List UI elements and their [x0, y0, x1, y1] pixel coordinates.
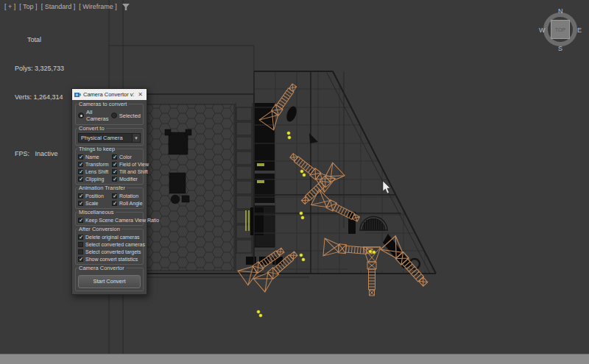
viewport-menu-view[interactable]: [ Top ]	[19, 3, 37, 10]
dialog-title: Camera Convertor v1.31	[83, 91, 134, 98]
compass-east[interactable]: E	[577, 26, 582, 34]
dropdown-value: Physical Camera	[79, 135, 132, 141]
checkbox-tilt-and-shift[interactable]: Tilt and Shift	[112, 168, 149, 174]
viewport-statistics: Total Polys: 3,325,733 Verts: 1,264,314 …	[15, 16, 64, 178]
group-cameras-to-convert: Cameras to convert All Cameras Selected	[75, 104, 144, 125]
checkbox-icon	[112, 154, 117, 160]
checkbox-label: Tilt and Shift	[119, 169, 148, 174]
group-label: Cameras to convert	[77, 101, 128, 107]
stats-total: Total	[15, 35, 64, 45]
checkbox-icon	[78, 162, 83, 167]
camera-convertor-dialog[interactable]: Camera Convertor v1.31 ✕ Cameras to conv…	[71, 88, 147, 295]
group-after-conversion: After Conversion Delete original cameras…	[75, 229, 144, 265]
checkbox-icon	[78, 249, 83, 254]
checkbox-modifier[interactable]: Modifier	[112, 176, 149, 182]
checkbox-icon	[78, 201, 83, 206]
max-viewport[interactable]: [ + ] [ Top ] [ Standard ] [ Wireframe ]…	[0, 0, 589, 364]
bottom-bar	[0, 354, 589, 364]
start-convert-button[interactable]: Start Convert	[78, 275, 141, 288]
checkbox-label: Scale	[85, 201, 99, 206]
group-label: Animation Transfer	[77, 185, 127, 191]
closet-strip	[236, 103, 253, 272]
checkbox-icon	[112, 176, 117, 182]
checkbox-name[interactable]: Name	[78, 154, 112, 160]
group-things-to-keep: Things to keep Name Color Transform Fiel…	[75, 149, 144, 185]
radio-icon	[78, 113, 84, 118]
radio-icon	[111, 113, 117, 118]
radio-label: Selected	[119, 113, 141, 119]
stats-polys: Polys: 3,325,733	[15, 64, 64, 74]
checkbox-select-converted-cameras[interactable]: Select converted cameras	[78, 241, 145, 247]
checkbox-scale[interactable]: Scale	[78, 200, 112, 206]
checkbox-label: Select converted cameras	[85, 242, 145, 247]
radio-label: All Cameras	[86, 109, 111, 122]
dialog-titlebar[interactable]: Camera Convertor v1.31 ✕	[72, 89, 147, 100]
checkbox-label: Name	[85, 154, 99, 160]
checkbox-label: Color	[119, 154, 132, 160]
checkbox-icon	[112, 201, 117, 206]
dark-core	[245, 103, 283, 265]
checkbox-icon	[78, 257, 83, 262]
group-label: Things to keep	[77, 146, 116, 152]
checkbox-icon	[78, 154, 83, 160]
checkbox-label: Roll Angle	[119, 201, 143, 206]
stats-verts: Verts: 1,264,314	[15, 93, 64, 102]
checkbox-icon	[78, 242, 83, 247]
compass-west[interactable]: W	[539, 26, 546, 34]
checkbox-roll-angle[interactable]: Roll Angle	[112, 200, 143, 206]
checkbox-icon	[112, 193, 117, 199]
arch-door	[359, 217, 388, 231]
checkbox-label: Show convert statistics	[85, 257, 138, 262]
viewport-menu-shading[interactable]: [ Standard ]	[41, 3, 76, 10]
checkbox-select-converted-targets[interactable]: Select converted targets	[78, 249, 145, 254]
viewport-filter-icon[interactable]	[122, 4, 130, 10]
viewport-menu-plus[interactable]: [ + ]	[4, 3, 15, 10]
checkbox-icon	[112, 162, 117, 167]
checkbox-delete-original-cameras[interactable]: Delete original cameras	[78, 234, 145, 240]
radio-all-cameras[interactable]: All Cameras	[78, 109, 111, 122]
checkbox-icon	[78, 176, 83, 182]
checkbox-label: Clipping	[85, 176, 104, 182]
viewport-label: [ + ] [ Top ] [ Standard ] [ Wireframe ]	[4, 3, 130, 10]
checkbox-show-convert-statistics[interactable]: Show convert statistics	[78, 256, 145, 262]
viewcube-top-face[interactable]: TOP	[551, 20, 570, 39]
checkbox-label: Modifier	[119, 176, 138, 182]
checkbox-label: Field of View	[119, 162, 149, 167]
checkbox-icon	[78, 218, 83, 223]
group-convert-to: Convert to Physical Camera ▼	[75, 128, 144, 146]
group-label: Miscellaneous	[77, 209, 116, 215]
checkbox-color[interactable]: Color	[112, 154, 149, 160]
convert-to-dropdown[interactable]: Physical Camera ▼	[78, 133, 141, 143]
radio-selected[interactable]: Selected	[111, 113, 141, 119]
checkbox-label: Delete original cameras	[85, 235, 140, 240]
viewport-menu-style[interactable]: [ Wireframe ]	[79, 3, 117, 10]
group-animation-transfer: Animation Transfer Position Rotation Sca…	[75, 188, 144, 209]
checkbox-lens-shift[interactable]: Lens Shift	[78, 168, 112, 174]
checkbox-label: Select converted targets	[85, 249, 141, 254]
viewcube[interactable]: TOP N E S W	[538, 7, 582, 51]
close-icon[interactable]: ✕	[136, 91, 144, 98]
checkbox-rotation[interactable]: Rotation	[112, 193, 143, 199]
chevron-down-icon: ▼	[132, 134, 140, 142]
viewcube-top-label: TOP	[555, 27, 565, 32]
stats-fps: FPS: Inactive	[15, 149, 64, 159]
checkbox-label: Lens Shift	[85, 169, 108, 174]
dialog-app-icon	[74, 91, 81, 98]
group-label: After Conversion	[77, 226, 121, 232]
checkbox-icon	[112, 169, 117, 174]
checkbox-icon	[78, 235, 83, 240]
checkbox-label: Position	[85, 193, 104, 199]
compass-south[interactable]: S	[558, 45, 562, 52]
checkbox-clipping[interactable]: Clipping	[78, 176, 112, 182]
checkbox-icon	[78, 169, 83, 174]
group-label: Camera Convertor	[77, 265, 126, 271]
group-miscellaneous: Miscellaneous Keep Scene Camera View Rat…	[75, 212, 144, 226]
dialog-body: Cameras to convert All Cameras Selected …	[72, 100, 147, 294]
compass-north[interactable]: N	[558, 7, 563, 15]
checkbox-label: Rotation	[119, 193, 138, 199]
group-camera-convertor: Camera Convertor Start Convert	[75, 268, 144, 291]
checkbox-keep-view-ratio[interactable]: Keep Scene Camera View Ratio	[78, 217, 159, 223]
checkbox-position[interactable]: Position	[78, 193, 112, 199]
checkbox-transform[interactable]: Transform	[78, 161, 112, 167]
checkbox-field-of-view[interactable]: Field of View	[112, 161, 149, 167]
